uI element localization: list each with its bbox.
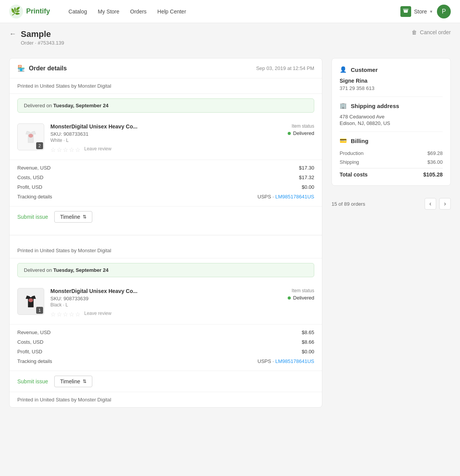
page-title: Sample [21, 29, 64, 39]
star-1-1[interactable]: ☆ [50, 146, 56, 153]
costs-val-2: $8.66 [302, 339, 314, 345]
star-1-3[interactable]: ☆ [63, 146, 68, 153]
order-details-title: Order details [29, 65, 67, 72]
star-1-2[interactable]: ☆ [57, 146, 62, 153]
billing-icon: 💳 [340, 137, 347, 144]
profit-val-2: $0.00 [302, 349, 314, 355]
tracking-code-link-2[interactable]: LM985178641US [275, 358, 314, 364]
order-financials-1: Revenue, USD $17.30 Costs, USD $17.32 Pr… [10, 160, 322, 206]
profit-row-2: Profit, USD $0.00 [17, 347, 314, 356]
item-badge-1: 2 [36, 142, 43, 149]
back-button[interactable]: ← [9, 29, 16, 38]
avatar-button[interactable]: P [437, 5, 451, 18]
navbar-right: Store ▾ P [400, 5, 451, 18]
avatar-initial: P [442, 8, 446, 15]
star-2-1[interactable]: ☆ [50, 311, 56, 318]
costs-val-1: $17.32 [299, 175, 314, 180]
submit-issue-button-2[interactable]: Submit issue [17, 378, 48, 384]
star-2-4[interactable]: ☆ [69, 311, 74, 318]
order-item-2-top: 1 MonsterDigital Unisex Heavy Co... SKU:… [17, 288, 314, 318]
order-date: Sep 03, 2019 at 12:54 PM [256, 65, 314, 71]
store-section-icon: 🏪 [17, 65, 25, 72]
item-name-2: MonsterDigital Unisex Heavy Co... [50, 288, 282, 294]
brand-logo[interactable]: 🌿 Printify [9, 5, 50, 18]
pagination: 15 of 89 orders ‹ › [332, 192, 451, 210]
customer-phone: 371 29 358 613 [340, 85, 443, 91]
billing-shipping-value: $36.00 [427, 159, 443, 165]
star-2-2[interactable]: ☆ [57, 311, 62, 318]
item-status-1: Delivered [288, 130, 314, 136]
star-2-3[interactable]: ☆ [63, 311, 68, 318]
prev-page-button[interactable]: ‹ [425, 198, 436, 210]
submit-issue-button-1[interactable]: Submit issue [17, 214, 48, 220]
items-divider [10, 235, 322, 235]
billing-shipping-row: Shipping $36.00 [340, 158, 443, 166]
delivery-text-1: Delivered on [24, 103, 53, 108]
billing-total-label: Total costs [340, 171, 368, 178]
delivery-banner-2: Delivered on Tuesday, September 24 [17, 263, 314, 277]
timeline-button-1[interactable]: Timeline ⇅ [54, 211, 92, 223]
nav-orders[interactable]: Orders [130, 8, 147, 15]
shipping-section-title: 🏢 Shipping address [340, 102, 443, 109]
item-thumb-1: 2 [17, 123, 44, 150]
leave-review-2[interactable]: Leave review [84, 311, 112, 318]
sku-value-1: 908733631 [63, 131, 88, 137]
order-financials-2: Revenue, USD $8.65 Costs, USD $8.66 Prof… [10, 324, 322, 371]
profit-val-1: $0.00 [302, 184, 314, 190]
delivery-banner-1: Delivered on Tuesday, September 24 [17, 98, 314, 113]
pagination-info: 15 of 89 orders [332, 201, 365, 207]
shipping-divider [340, 131, 443, 132]
delivery-text-2: Delivered on [24, 267, 53, 273]
nav-catalog[interactable]: Catalog [68, 8, 87, 15]
status-dot-1 [288, 132, 291, 135]
revenue-label-1: Revenue, USD [17, 165, 51, 171]
printed-by-2: Printed in United States by Monster Digi… [10, 243, 322, 258]
nav-helpcenter[interactable]: Help Center [157, 8, 186, 15]
item-status-label-1: Item status [288, 123, 314, 129]
profit-row-1: Profit, USD $0.00 [17, 182, 314, 192]
profit-label-1: Profit, USD [17, 184, 42, 190]
star-2-5[interactable]: ☆ [75, 311, 80, 318]
pagination-buttons: ‹ › [425, 198, 451, 210]
customer-divider [340, 97, 443, 97]
delivery-date-2: Tuesday, September 24 [53, 267, 108, 273]
cancel-order-label: Cancel order [420, 29, 451, 35]
customer-icon: 👤 [340, 66, 347, 73]
item-details-2: MonsterDigital Unisex Heavy Co... SKU: 9… [50, 288, 282, 318]
leave-review-1[interactable]: Leave review [84, 146, 112, 153]
tracking-label-2: Tracking details [17, 358, 52, 364]
page-title-block: Sample Order · #75343.139 [21, 29, 64, 46]
star-1-5[interactable]: ☆ [75, 146, 80, 153]
revenue-row-1: Revenue, USD $17.30 [17, 163, 314, 173]
billing-title: Billing [351, 138, 368, 144]
billing-production-label: Production [340, 150, 363, 156]
star-1-4[interactable]: ☆ [69, 146, 74, 153]
revenue-row-2: Revenue, USD $8.65 [17, 328, 314, 337]
timeline-button-2[interactable]: Timeline ⇅ [54, 376, 92, 387]
store-button[interactable]: Store ▾ [400, 6, 432, 17]
timeline-chevron-icon-2: ⇅ [83, 379, 87, 384]
item-variant-2: Black · L [50, 302, 282, 308]
next-page-button[interactable]: › [439, 198, 451, 210]
tracking-detail-1: USPS · LM985178641US [258, 194, 314, 200]
item-thumb-2: 1 [17, 288, 44, 315]
costs-label-1: Costs, USD [17, 175, 43, 180]
billing-section-title: 💳 Billing [340, 137, 443, 144]
nav-mystore[interactable]: My Store [98, 8, 119, 15]
order-subtitle: Order · #75343.139 [21, 40, 64, 46]
sku-label-2: SKU: [50, 296, 62, 301]
cancel-order-button[interactable]: 🗑 Cancel order [412, 29, 451, 35]
order-section-header: 🏪 Order details Sep 03, 2019 at 12:54 PM [10, 58, 322, 78]
item-variant-1: White · L [50, 138, 282, 143]
costs-label-2: Costs, USD [17, 339, 43, 345]
timeline-label-2: Timeline [60, 378, 80, 384]
svg-point-2 [28, 134, 33, 138]
printify-logo-icon: 🌿 [9, 5, 23, 18]
tracking-carrier-2: USPS [258, 358, 271, 364]
costs-row-1: Costs, USD $17.32 [17, 173, 314, 182]
svg-text:🌿: 🌿 [11, 7, 20, 16]
tracking-carrier-1: USPS [258, 194, 271, 200]
tracking-code-link-1[interactable]: LM985178641US [275, 194, 314, 200]
tracking-detail-2: USPS · LM985178641US [258, 358, 314, 364]
navbar: 🌿 Printify Catalog My Store Orders Help … [0, 0, 460, 23]
